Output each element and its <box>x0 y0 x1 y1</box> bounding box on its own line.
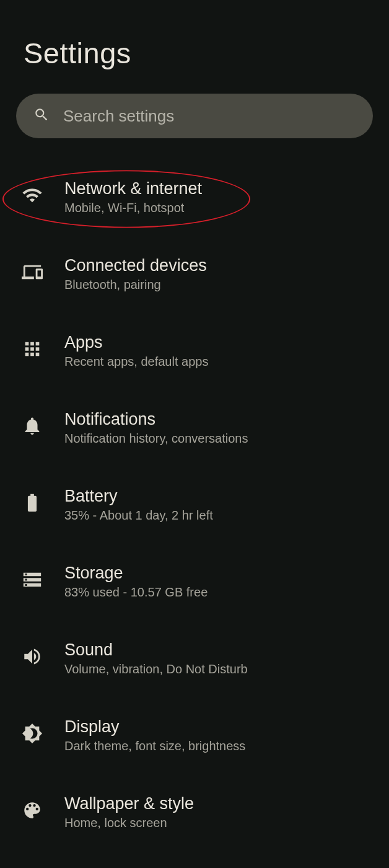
item-text: Storage 83% used - 10.57 GB free <box>64 564 208 600</box>
settings-item-apps[interactable]: Apps Recent apps, default apps <box>0 318 389 384</box>
item-subtitle: Dark theme, font size, brightness <box>64 739 245 753</box>
item-title: Sound <box>64 640 248 660</box>
bell-icon <box>17 411 47 441</box>
apps-icon <box>17 334 47 364</box>
item-text: Apps Recent apps, default apps <box>64 333 208 369</box>
item-text: Network & internet Mobile, Wi-Fi, hotspo… <box>64 179 202 215</box>
item-title: Notifications <box>64 410 248 429</box>
item-subtitle: Mobile, Wi-Fi, hotspot <box>64 201 202 215</box>
volume-icon <box>17 642 47 671</box>
settings-item-accessibility[interactable]: Accessibility Display, interaction, audi… <box>0 856 389 868</box>
settings-item-notifications[interactable]: Notifications Notification history, conv… <box>0 395 389 461</box>
item-text: Sound Volume, vibration, Do Not Disturb <box>64 640 248 676</box>
item-text: Connected devices Bluetooth, pairing <box>64 256 207 292</box>
item-subtitle: 35% - About 1 day, 2 hr left <box>64 508 213 523</box>
item-subtitle: Bluetooth, pairing <box>64 278 207 292</box>
devices-icon <box>17 257 47 287</box>
settings-item-network[interactable]: Network & internet Mobile, Wi-Fi, hotspo… <box>0 164 389 230</box>
item-subtitle: Home, lock screen <box>64 816 194 830</box>
brightness-icon <box>17 719 47 748</box>
settings-item-display[interactable]: Display Dark theme, font size, brightnes… <box>0 702 389 768</box>
item-text: Battery 35% - About 1 day, 2 hr left <box>64 487 213 523</box>
item-title: Display <box>64 717 245 737</box>
search-input[interactable]: Search settings <box>16 94 373 138</box>
header: Settings <box>0 0 389 89</box>
item-subtitle: Volume, vibration, Do Not Disturb <box>64 662 248 676</box>
settings-item-sound[interactable]: Sound Volume, vibration, Do Not Disturb <box>0 626 389 691</box>
item-title: Wallpaper & style <box>64 794 194 813</box>
settings-item-wallpaper[interactable]: Wallpaper & style Home, lock screen <box>0 779 389 845</box>
settings-list: Network & internet Mobile, Wi-Fi, hotspo… <box>0 152 389 868</box>
item-subtitle: Notification history, conversations <box>64 432 248 446</box>
storage-icon <box>17 565 47 595</box>
item-title: Apps <box>64 333 208 352</box>
settings-item-battery[interactable]: Battery 35% - About 1 day, 2 hr left <box>0 472 389 538</box>
page-title: Settings <box>24 36 365 70</box>
battery-icon <box>17 488 47 518</box>
search-icon <box>33 107 50 125</box>
item-text: Notifications Notification history, conv… <box>64 410 248 446</box>
item-subtitle: Recent apps, default apps <box>64 355 208 369</box>
item-text: Display Dark theme, font size, brightnes… <box>64 717 245 753</box>
wifi-icon <box>17 180 47 210</box>
item-title: Storage <box>64 564 208 583</box>
settings-item-storage[interactable]: Storage 83% used - 10.57 GB free <box>0 549 389 614</box>
settings-item-connected-devices[interactable]: Connected devices Bluetooth, pairing <box>0 241 389 307</box>
item-text: Wallpaper & style Home, lock screen <box>64 794 194 830</box>
item-title: Network & internet <box>64 179 202 198</box>
item-title: Battery <box>64 487 213 506</box>
item-title: Connected devices <box>64 256 207 275</box>
search-placeholder: Search settings <box>63 107 174 126</box>
palette-icon <box>17 795 47 825</box>
item-subtitle: 83% used - 10.57 GB free <box>64 585 208 600</box>
